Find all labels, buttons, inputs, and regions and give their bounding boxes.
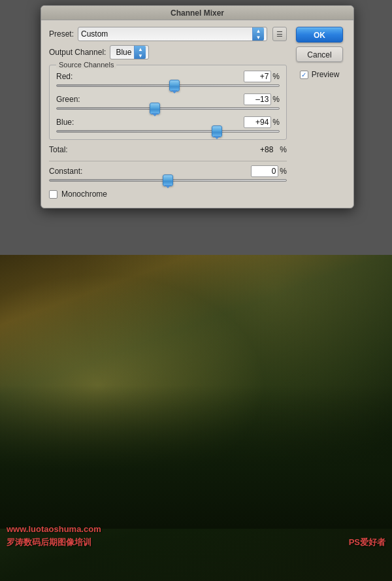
constant-value-input[interactable]: 0 <box>251 165 278 177</box>
output-dropdown-btn[interactable]: ▲ ▼ <box>134 46 146 59</box>
constant-label: Constant: <box>49 167 251 176</box>
cancel-button[interactable]: Cancel <box>296 46 343 62</box>
total-percent: % <box>280 145 287 154</box>
dialog-right-panel: OK Cancel ✓ Preview <box>293 27 346 200</box>
output-channel-select[interactable]: Blue ▲ ▼ <box>110 45 149 59</box>
chevron-down-icon: ▼ <box>138 53 143 59</box>
monochrome-label: Monochrome <box>61 190 107 199</box>
constant-row: Constant: 0 % <box>49 165 287 182</box>
red-percent: % <box>272 72 280 81</box>
blue-slider-thumb[interactable] <box>212 125 222 137</box>
preset-value: Custom <box>81 29 252 39</box>
dialog-titlebar: Channel Mixer <box>41 6 353 20</box>
preview-checkbox[interactable]: ✓ <box>300 71 308 79</box>
dialog-left-panel: Preset: Custom ▲ ▼ ☰ Output Channel: Blu… <box>49 27 287 200</box>
green-percent: % <box>272 95 280 104</box>
chevron-up-icon: ▲ <box>138 46 143 52</box>
red-value-input[interactable]: +7 <box>244 71 271 82</box>
green-value-input[interactable]: –13 <box>244 93 271 105</box>
preset-row: Preset: Custom ▲ ▼ ☰ <box>49 27 287 41</box>
dialog-title: Channel Mixer <box>171 8 224 18</box>
output-channel-row: Output Channel: Blue ▲ ▼ <box>49 45 287 59</box>
constant-value: 0 <box>272 167 276 176</box>
constant-percent: % <box>280 167 287 176</box>
monochrome-row[interactable]: Monochrome <box>49 188 287 200</box>
green-channel-row: Green: –13 % <box>56 93 280 110</box>
preset-select[interactable]: Custom ▲ ▼ <box>78 27 267 41</box>
blue-value: +94 <box>255 118 269 127</box>
blue-percent: % <box>272 118 280 127</box>
green-slider-track[interactable] <box>56 107 280 110</box>
blue-slider-track[interactable] <box>56 130 280 133</box>
red-channel-row: Red: +7 % <box>56 71 280 87</box>
blue-value-input[interactable]: +94 <box>244 116 271 128</box>
red-slider-thumb[interactable] <box>169 80 180 91</box>
monochrome-checkbox[interactable] <box>49 190 57 199</box>
green-slider-thumb[interactable] <box>150 103 160 114</box>
red-slider-track[interactable] <box>56 84 280 87</box>
watermark-ps: PS爱好者 <box>349 537 385 548</box>
blue-channel-row: Blue: +94 % <box>56 116 280 133</box>
menu-icon: ☰ <box>276 30 283 39</box>
output-channel-label: Output Channel: <box>49 48 106 57</box>
preset-label: Preset: <box>49 29 74 39</box>
chevron-down-icon: ▼ <box>256 35 261 41</box>
watermark-url: www.luotaoshuma.com 罗涛数码后期图像培训 <box>7 523 101 548</box>
total-label: Total: <box>49 145 256 154</box>
preset-menu-btn[interactable]: ☰ <box>272 27 287 41</box>
preset-dropdown-btn[interactable]: ▲ ▼ <box>252 27 264 41</box>
chevron-up-icon: ▲ <box>256 28 261 34</box>
source-channels-group: Source Channels Red: +7 % <box>49 65 287 140</box>
red-channel-label: Red: <box>56 72 244 81</box>
divider <box>49 161 287 161</box>
total-value: +88 <box>260 145 273 154</box>
channel-mixer-dialog: Channel Mixer Preset: Custom ▲ ▼ ☰ <box>41 5 354 208</box>
output-channel-value: Blue <box>113 48 134 57</box>
ok-button[interactable]: OK <box>296 27 343 42</box>
constant-slider-track[interactable] <box>49 179 287 182</box>
green-value: –13 <box>255 95 269 104</box>
trees-silhouette <box>0 385 392 529</box>
preview-label: Preview <box>312 70 340 79</box>
constant-slider-thumb[interactable] <box>163 174 173 186</box>
background-photo: www.luotaoshuma.com 罗涛数码后期图像培训 PS爱好者 <box>0 255 392 581</box>
source-channels-label: Source Channels <box>56 61 116 69</box>
red-value: +7 <box>260 72 269 81</box>
preview-row: ✓ Preview <box>300 70 340 79</box>
total-row: Total: +88 % <box>49 145 287 154</box>
